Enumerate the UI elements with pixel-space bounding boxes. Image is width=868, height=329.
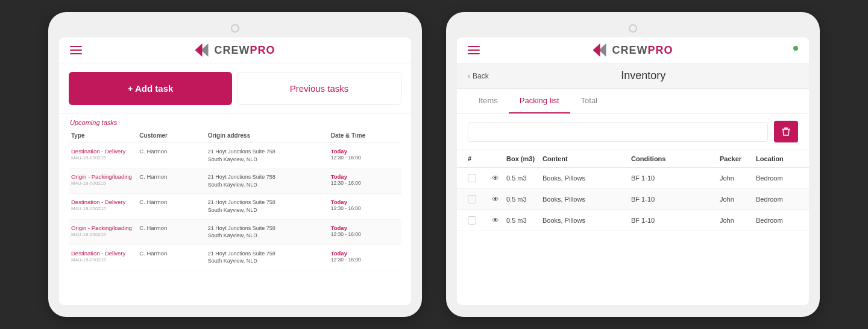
eye-icon[interactable]: 👁 bbox=[492, 195, 506, 203]
tab-total[interactable]: Total bbox=[570, 89, 608, 113]
hamburger-icon[interactable] bbox=[70, 46, 82, 54]
col-type: Type bbox=[71, 132, 139, 139]
tablet-camera-right bbox=[629, 24, 637, 33]
task-customer: C. Harmon bbox=[139, 225, 207, 231]
task-id: M4U-18-000215 bbox=[71, 206, 139, 211]
tablets-container: CREWPRO + Add task Previous tasks Upcomi… bbox=[0, 0, 868, 329]
item-conditions: BF 1-10 bbox=[631, 174, 720, 182]
col-location: Location bbox=[756, 155, 798, 162]
eye-icon[interactable]: 👁 bbox=[492, 174, 506, 182]
task-customer: C. Harmon bbox=[139, 250, 207, 257]
inventory-row: 👁 0.5 m3 Books, Pillows BF 1-10 John Bed… bbox=[457, 168, 809, 189]
item-content: Books, Pillows bbox=[542, 174, 631, 182]
back-button[interactable]: ‹ Back bbox=[468, 72, 489, 80]
col-customer: Customer bbox=[139, 132, 207, 139]
task-id: M4U-18-000215 bbox=[71, 257, 139, 263]
previous-tasks-button[interactable]: Previous tasks bbox=[237, 72, 401, 105]
task-row[interactable]: Origin - Packing/loading M4U-18-000215 C… bbox=[69, 168, 401, 194]
tab-items[interactable]: Items bbox=[468, 89, 509, 113]
right-tablet-screen: CREWPRO ‹ Back Inventory Items Packing l… bbox=[457, 37, 809, 305]
delete-button[interactable] bbox=[774, 121, 798, 142]
inventory-table: # Box (m3) Content Conditions Packer Loc… bbox=[457, 150, 809, 305]
logo-left: CREWPRO bbox=[195, 43, 275, 57]
task-date-cell: Today 12:30 - 16:00 bbox=[331, 148, 399, 161]
task-type-cell: Destination - Delivery M4U-18-000215 bbox=[71, 148, 139, 161]
task-type-cell: Origin - Packing/loading M4U-18-000215 bbox=[71, 173, 139, 186]
tabs-bar: Items Packing list Total bbox=[457, 89, 809, 113]
task-date-cell: Today 12:30 - 16:00 bbox=[331, 199, 399, 211]
inventory-rows: 👁 0.5 m3 Books, Pillows BF 1-10 John Bed… bbox=[457, 168, 809, 231]
task-date: Today bbox=[331, 250, 399, 257]
item-conditions: BF 1-10 bbox=[631, 196, 720, 203]
task-rows: Destination - Delivery M4U-18-000215 C. … bbox=[69, 143, 401, 270]
task-date-cell: Today 12:30 - 16:00 bbox=[331, 173, 399, 186]
task-table-header: Type Customer Origin address Date & Time bbox=[69, 129, 401, 143]
hamburger-icon-right[interactable] bbox=[468, 46, 480, 54]
task-row[interactable]: Destination - Delivery M4U-18-000215 C. … bbox=[69, 194, 401, 219]
task-type-cell: Destination - Delivery M4U-18-000215 bbox=[71, 250, 139, 263]
trash-icon bbox=[782, 127, 790, 136]
col-eye-header bbox=[492, 155, 506, 162]
task-time: 12:30 - 16:00 bbox=[331, 205, 399, 211]
logo-symbol bbox=[195, 43, 212, 57]
task-type-name: Destination - Delivery bbox=[71, 148, 139, 155]
task-time: 12:30 - 16:00 bbox=[331, 231, 399, 237]
row-checkbox[interactable] bbox=[468, 216, 476, 225]
item-conditions: BF 1-10 bbox=[631, 217, 720, 224]
left-tablet: CREWPRO + Add task Previous tasks Upcomi… bbox=[48, 12, 422, 317]
task-type-name: Origin - Packing/loading bbox=[71, 173, 139, 180]
add-task-button[interactable]: + Add task bbox=[69, 72, 232, 105]
task-type-name: Destination - Delivery bbox=[71, 250, 139, 257]
task-address: 21 Hoyt Junctions Suite 758South Kayview… bbox=[208, 148, 331, 163]
item-packer: John bbox=[720, 217, 756, 224]
item-packer: John bbox=[720, 174, 756, 182]
right-tablet: CREWPRO ‹ Back Inventory Items Packing l… bbox=[446, 12, 820, 317]
row-checkbox[interactable] bbox=[468, 195, 476, 203]
search-input[interactable] bbox=[468, 122, 768, 142]
col-origin: Origin address bbox=[208, 132, 331, 139]
item-box: 0.5 m3 bbox=[506, 174, 542, 182]
task-date: Today bbox=[331, 148, 399, 155]
task-id: M4U-18-000215 bbox=[71, 232, 139, 237]
task-time: 12:30 - 16:00 bbox=[331, 257, 399, 263]
task-date-cell: Today 12:30 - 16:00 bbox=[331, 225, 399, 237]
task-address: 21 Hoyt Junctions Suite 758South Kayview… bbox=[208, 199, 331, 214]
item-location: Bedroom bbox=[756, 217, 798, 224]
task-address: 21 Hoyt Junctions Suite 758South Kayview… bbox=[208, 250, 331, 265]
left-header: CREWPRO bbox=[59, 37, 411, 63]
logo-symbol-right bbox=[593, 43, 609, 57]
task-row[interactable]: Origin - Packing/loading M4U-18-000215 C… bbox=[69, 220, 401, 245]
task-type-cell: Origin - Packing/loading M4U-18-000215 bbox=[71, 225, 139, 237]
inventory-row: 👁 0.5 m3 Books, Pillows BF 1-10 John Bed… bbox=[457, 189, 809, 210]
task-customer: C. Harmon bbox=[139, 173, 207, 180]
task-id: M4U-18-000215 bbox=[71, 155, 139, 161]
item-location: Bedroom bbox=[756, 196, 798, 203]
col-conditions: Conditions bbox=[631, 155, 720, 162]
item-box: 0.5 m3 bbox=[506, 196, 542, 203]
left-tablet-screen: CREWPRO + Add task Previous tasks Upcomi… bbox=[59, 37, 411, 305]
inventory-table-header: # Box (m3) Content Conditions Packer Loc… bbox=[457, 150, 809, 168]
task-time: 12:30 - 16:00 bbox=[331, 155, 399, 161]
logo-right: CREWPRO bbox=[593, 43, 673, 57]
inventory-title: Inventory bbox=[489, 69, 798, 82]
back-label: Back bbox=[473, 72, 489, 80]
tab-packing-list[interactable]: Packing list bbox=[509, 89, 570, 113]
item-content: Books, Pillows bbox=[542, 217, 631, 224]
task-row[interactable]: Destination - Delivery M4U-18-000215 C. … bbox=[69, 245, 401, 270]
inventory-row: 👁 0.5 m3 Books, Pillows BF 1-10 John Bed… bbox=[457, 210, 809, 231]
eye-icon[interactable]: 👁 bbox=[492, 216, 506, 225]
task-id: M4U-18-000215 bbox=[71, 180, 139, 186]
task-row[interactable]: Destination - Delivery M4U-18-000215 C. … bbox=[69, 143, 401, 168]
logo-text: CREWPRO bbox=[214, 44, 275, 57]
task-address: 21 Hoyt Junctions Suite 758South Kayview… bbox=[208, 225, 331, 240]
task-time: 12:30 - 16:00 bbox=[331, 180, 399, 186]
task-type-name: Destination - Delivery bbox=[71, 199, 139, 205]
back-bar: ‹ Back Inventory bbox=[457, 63, 809, 89]
back-chevron-icon: ‹ bbox=[468, 72, 470, 80]
task-date: Today bbox=[331, 225, 399, 231]
task-customer: C. Harmon bbox=[139, 148, 207, 155]
task-customer: C. Harmon bbox=[139, 199, 207, 205]
row-checkbox[interactable] bbox=[468, 174, 476, 182]
item-box: 0.5 m3 bbox=[506, 217, 542, 224]
col-content: Content bbox=[542, 155, 631, 162]
